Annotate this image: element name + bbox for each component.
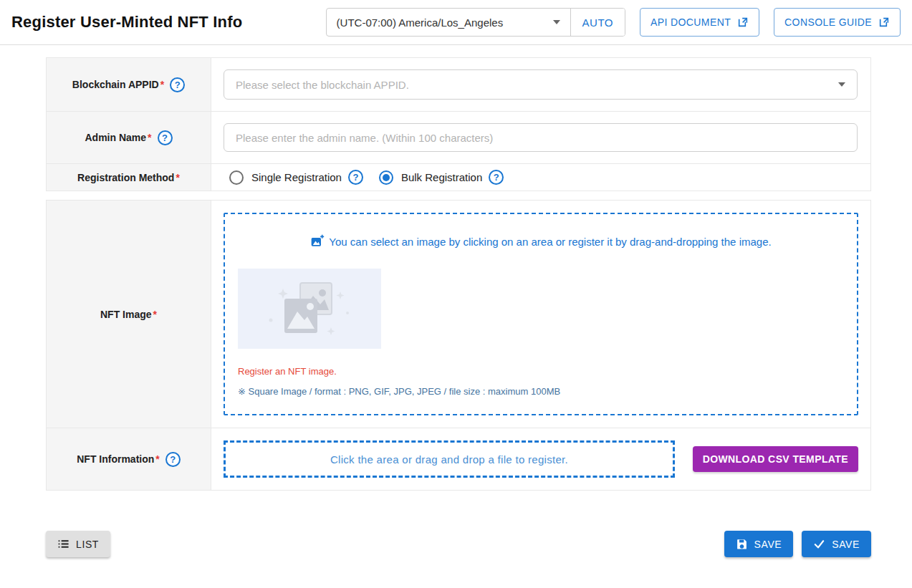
external-link-icon [737,16,749,28]
admin-name-content [211,112,870,163]
save-button-primary[interactable]: SAVE [724,531,794,557]
required-mark: * [176,172,179,183]
help-icon[interactable]: ? [489,170,504,185]
blockchain-appid-label: Blockchain APPID* [72,79,164,90]
nft-image-warning: Register an NFT image. [238,366,844,377]
download-csv-template-button[interactable]: DOWNLOAD CSV TEMPLATE [693,446,858,472]
page-title: Register User-Minted NFT Info [11,13,242,32]
registration-method-label: Registration Method* [77,172,180,183]
form-block-files: NFT Image* You can select an image by cl… [46,200,871,491]
radio-single-registration[interactable]: Single Registration ? [229,170,363,185]
blockchain-appid-content: Please select the blockchain APPID. [211,58,870,111]
required-mark: * [160,79,164,90]
radio-unchecked-icon[interactable] [229,170,244,185]
row-blockchain-appid: Blockchain APPID* ? Please select the bl… [47,58,870,111]
required-mark: * [153,309,157,320]
nft-information-dropzone-text: Click the area or drag and drop a file t… [330,453,568,466]
admin-name-label-cell: Admin Name* ? [47,112,211,163]
required-mark: * [155,453,159,465]
row-nft-image: NFT Image* You can select an image by cl… [47,201,870,428]
list-button[interactable]: LIST [46,531,110,557]
dropzone-instruction-text: You can select an image by clicking on a… [329,236,771,248]
save-button-label: SAVE [832,539,860,550]
console-guide-button[interactable]: CONSOLE GUIDE [774,8,901,37]
row-registration-method: Registration Method* Single Registration… [47,163,870,191]
radio-checked-icon[interactable] [379,170,393,185]
nft-image-placeholder [238,269,381,349]
timezone-select[interactable]: (UTC-07:00) America/Los_Angeles [327,9,570,36]
chevron-down-icon [553,20,560,24]
radio-bulk-registration[interactable]: Bulk Registration ? [379,170,504,185]
list-button-label: LIST [76,539,99,550]
nft-information-content: Click the area or drag and drop a file t… [211,428,870,490]
api-document-label: API DOCUMENT [651,16,731,28]
blockchain-appid-label-cell: Blockchain APPID* ? [47,58,211,111]
header-actions: (UTC-07:00) America/Los_Angeles AUTO API… [326,8,901,37]
registration-method-content: Single Registration ? Bulk Registration … [211,164,870,191]
admin-name-input[interactable] [224,123,858,152]
console-guide-label: CONSOLE GUIDE [784,16,872,28]
save-button-label: SAVE [754,539,782,550]
external-link-icon [878,16,890,28]
row-nft-information: NFT Information* ? Click the area or dra… [47,428,870,490]
nft-image-dropzone[interactable]: You can select an image by clicking on a… [224,213,858,415]
form-block-basic: Blockchain APPID* ? Please select the bl… [46,57,871,191]
blockchain-appid-placeholder: Please select the blockchain APPID. [236,79,409,91]
save-disk-icon [736,538,748,550]
form-footer: LIST SAVE SAVE [46,531,871,557]
list-icon [57,538,69,550]
row-admin-name: Admin Name* ? [47,111,870,163]
help-icon[interactable]: ? [165,452,181,467]
page-header: Register User-Minted NFT Info (UTC-07:00… [0,0,912,45]
timezone-auto-button[interactable]: AUTO [570,9,625,36]
save-button-confirm[interactable]: SAVE [802,531,871,557]
help-icon[interactable]: ? [348,170,363,185]
chevron-down-icon [838,82,845,87]
radio-single-label: Single Registration [251,171,342,183]
api-document-button[interactable]: API DOCUMENT [640,8,759,37]
nft-image-content: You can select an image by clicking on a… [211,201,870,428]
dropzone-instruction: You can select an image by clicking on a… [238,234,844,249]
help-icon[interactable]: ? [158,130,173,145]
required-mark: * [148,132,151,143]
nft-image-label: NFT Image* [100,309,157,320]
help-icon[interactable]: ? [170,77,185,92]
add-image-icon [310,234,325,249]
image-placeholder-icon [256,276,363,342]
nft-information-label-cell: NFT Information* ? [47,428,211,490]
nft-image-label-cell: NFT Image* [47,201,211,428]
registration-method-label-cell: Registration Method* [47,164,211,191]
register-nft-form: Blockchain APPID* ? Please select the bl… [46,57,871,491]
check-icon [813,538,825,550]
blockchain-appid-select[interactable]: Please select the blockchain APPID. [224,69,858,100]
admin-name-label: Admin Name* [85,132,151,143]
nft-information-dropzone[interactable]: Click the area or drag and drop a file t… [224,440,675,478]
footer-save-actions: SAVE SAVE [724,531,871,557]
nft-image-note: ※ Square Image / format : PNG, GIF, JPG,… [238,386,844,397]
radio-bulk-label: Bulk Registration [401,171,482,183]
timezone-control: (UTC-07:00) America/Los_Angeles AUTO [326,8,625,37]
nft-information-label: NFT Information* [77,453,160,465]
timezone-value: (UTC-07:00) America/Los_Angeles [337,16,504,29]
